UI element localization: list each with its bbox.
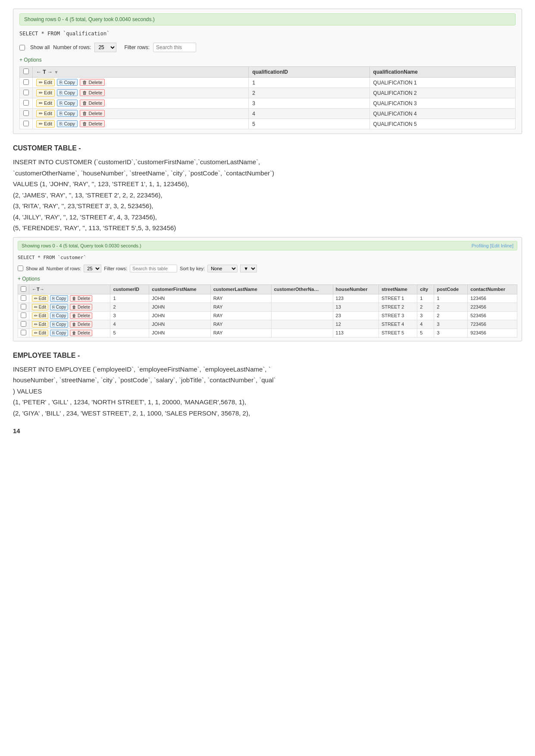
copy-button[interactable]: ⎘ Copy: [57, 79, 78, 86]
row-checkbox[interactable]: [21, 312, 26, 318]
othername-cell: [271, 311, 333, 320]
select-all-checkbox[interactable]: [23, 69, 29, 74]
customer-show-all-label: Show all: [26, 266, 44, 271]
row-checkbox-cell: [20, 109, 33, 119]
copy-button[interactable]: ⎘ Copy: [50, 330, 68, 336]
row-checkbox[interactable]: [21, 321, 26, 327]
copy-button[interactable]: ⎘ Copy: [50, 312, 68, 319]
delete-button[interactable]: 🗑 Delete: [70, 312, 92, 319]
row-checkbox[interactable]: [21, 295, 26, 301]
edit-button[interactable]: ✏ Edit: [36, 89, 55, 97]
customerid-cell: 3: [110, 311, 149, 320]
contactnumber-cell: 123456: [468, 294, 517, 303]
delete-button[interactable]: 🗑 Delete: [80, 79, 105, 86]
delete-button[interactable]: 🗑 Delete: [80, 120, 105, 127]
city-cell: 4: [417, 320, 434, 328]
customer-col-othername: customerOtherNa…: [271, 284, 333, 294]
customerid-cell: 2: [110, 303, 149, 311]
copy-button[interactable]: ⎘ Copy: [50, 304, 68, 310]
copy-button[interactable]: ⎘ Copy: [57, 100, 78, 106]
customer-options-link[interactable]: + Options: [18, 276, 517, 282]
firstname-cell: JOHN: [149, 294, 210, 303]
delete-button[interactable]: 🗑 Delete: [80, 100, 105, 106]
qualificationname-cell: QUALIFICATION 4: [369, 109, 515, 119]
customer-search-input[interactable]: [130, 265, 177, 272]
customer-rows-select[interactable]: 25: [84, 265, 101, 272]
row-actions: ✏ Edit ⎘ Copy 🗑 Delete: [29, 328, 110, 337]
table-row: ✏ Edit ⎘ Copy 🗑 Delete 2 JOHN RAY 13 STR…: [18, 303, 517, 311]
qualification-controls: Show all Number of rows: 25 50 100 Filte…: [19, 43, 516, 52]
profiling-link[interactable]: Profiling [Edit Inline]: [472, 243, 513, 248]
row-actions: ✏ Edit ⎘ Copy 🗑 Delete: [29, 303, 110, 311]
edit-button[interactable]: ✏ Edit: [32, 330, 48, 336]
customer-table: ←T→ customerID customerFirstName custome…: [18, 284, 517, 337]
row-checkbox-cell: [20, 119, 33, 129]
edit-button[interactable]: ✏ Edit: [36, 79, 55, 86]
edit-button[interactable]: ✏ Edit: [32, 295, 48, 302]
firstname-cell: JOHN: [149, 328, 210, 337]
postcode-cell: 2: [434, 303, 468, 311]
edit-button[interactable]: ✏ Edit: [36, 120, 55, 128]
postcode-cell: 3: [434, 320, 468, 328]
delete-button[interactable]: 🗑 Delete: [70, 330, 92, 336]
customer-rows-label: Number of rows:: [47, 266, 81, 271]
customer-show-all-checkbox[interactable]: [18, 266, 23, 271]
customer-select-all[interactable]: [21, 286, 26, 292]
table-row: ✏ Edit ⎘ Copy 🗑 Delete 5 JOHN RAY 113 ST…: [18, 328, 517, 337]
qualificationid-cell: 3: [249, 98, 369, 109]
table-icon: T: [43, 69, 46, 75]
customer-sort-select[interactable]: None: [207, 265, 238, 272]
sort-desc-icon: ▼: [54, 70, 58, 75]
customer-sort-dir-select[interactable]: ▼: [240, 265, 257, 272]
customer-text-line-3: (2, 'JAMES', 'RAY', '', 13, 'STREET 2', …: [13, 191, 163, 199]
delete-button[interactable]: 🗑 Delete: [80, 89, 105, 96]
edit-button[interactable]: ✏ Edit: [36, 100, 55, 107]
copy-button[interactable]: ⎘ Copy: [50, 321, 68, 328]
row-checkbox-cell: [18, 303, 29, 311]
row-checkbox[interactable]: [23, 90, 29, 95]
delete-button[interactable]: 🗑 Delete: [70, 295, 92, 302]
housenumber-cell: 123: [333, 294, 379, 303]
copy-button[interactable]: ⎘ Copy: [57, 89, 78, 96]
delete-button[interactable]: 🗑 Delete: [80, 110, 105, 117]
row-checkbox-cell: [18, 311, 29, 320]
rows-select[interactable]: 25 50 100: [94, 43, 116, 52]
housenumber-cell: 23: [333, 311, 379, 320]
contactnumber-cell: 523456: [468, 311, 517, 320]
customer-col-id: customerID: [110, 284, 149, 294]
show-all-label: Show all: [30, 44, 50, 50]
show-all-checkbox[interactable]: [19, 45, 25, 50]
search-input[interactable]: [153, 43, 196, 52]
row-checkbox[interactable]: [23, 79, 29, 85]
copy-button[interactable]: ⎘ Copy: [50, 295, 68, 302]
options-link[interactable]: + Options: [19, 56, 516, 63]
col-actions: ← T → ▼: [33, 67, 249, 78]
postcode-cell: 3: [434, 328, 468, 337]
edit-button[interactable]: ✏ Edit: [36, 110, 55, 117]
row-checkbox[interactable]: [23, 110, 29, 116]
othername-cell: [271, 320, 333, 328]
copy-button[interactable]: ⎘ Copy: [57, 120, 78, 127]
customer-panel: Showing rows 0 - 4 (5 total, Query took …: [13, 237, 522, 341]
city-cell: 1: [417, 294, 434, 303]
lastname-cell: RAY: [210, 328, 271, 337]
row-checkbox[interactable]: [21, 304, 26, 309]
delete-button[interactable]: 🗑 Delete: [70, 321, 92, 328]
delete-button[interactable]: 🗑 Delete: [70, 304, 92, 310]
row-checkbox[interactable]: [21, 330, 26, 335]
page-number: 14: [13, 427, 522, 434]
edit-button[interactable]: ✏ Edit: [32, 321, 48, 328]
qualification-table: ← T → ▼ qualificationID qualificationNam…: [19, 66, 516, 129]
copy-button[interactable]: ⎘ Copy: [57, 110, 78, 117]
qualificationname-cell: QUALIFICATION 2: [369, 88, 515, 98]
row-checkbox-cell: [18, 320, 29, 328]
edit-button[interactable]: ✏ Edit: [32, 304, 48, 310]
row-checkbox[interactable]: [23, 121, 29, 126]
customer-col-firstname: customerFirstName: [149, 284, 210, 294]
row-actions: ✏ Edit ⎘ Copy 🗑 Delete: [29, 320, 110, 328]
employee-text-line-4: (2, 'GIYA' , 'BILL' , 234, 'WEST STREET'…: [13, 409, 250, 417]
edit-button[interactable]: ✏ Edit: [32, 312, 48, 319]
row-checkbox-cell: [18, 294, 29, 303]
row-checkbox[interactable]: [23, 100, 29, 106]
customer-col-contact: contactNumber: [468, 284, 517, 294]
